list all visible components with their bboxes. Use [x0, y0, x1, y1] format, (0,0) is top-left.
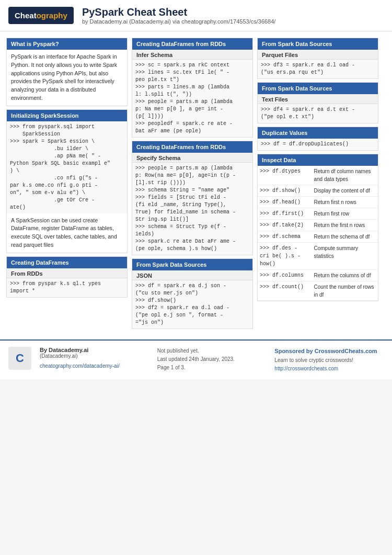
column-2: Creating DataFrames from RDDs Infer Sche…: [130, 36, 255, 331]
code-specify-schema: >>> people = parts.m ap (lambda p: Row(n…: [132, 163, 252, 255]
inspect-cmd: >>> df.schema: [258, 231, 312, 243]
inspect-cmd: >>> df.dtypes: [258, 166, 312, 185]
footer-not-published: Not published yet.: [157, 347, 267, 355]
table-row: >>> df.take(2)Return the first n rows: [258, 220, 378, 231]
inspect-table: >>> df.dtypesReturn df column names and …: [258, 166, 378, 301]
card-desc-sparksession: A SparkSession can be used create DataFr…: [7, 213, 127, 253]
card-header-json: From Spark Data Sources: [132, 259, 252, 270]
card-header-what-is-pyspark: What is Pyspark?: [7, 38, 127, 50]
table-row: >>> df.first()Return first row: [258, 208, 378, 220]
code-parquet: >>> df3 = spark.r ea d.l oad - ("us ers.…: [258, 60, 378, 78]
footer-last-updated: Last updated 24th January, 2023.: [157, 355, 267, 364]
card-header-sparksession: Initializing SparkSession: [7, 110, 127, 121]
footer-logo: C: [8, 347, 31, 370]
column-1: What is Pyspark? PySpark is an interface…: [4, 36, 130, 331]
card-what-is-pyspark: What is Pyspark? PySpark is an interface…: [6, 38, 128, 106]
card-duplicate-values: Duplicate Values >>> df = df.dropDuplica…: [257, 127, 378, 151]
inspect-desc: Return first row: [312, 208, 378, 220]
table-row: >>> df.show()Display the content of df: [258, 185, 378, 197]
card-body-inspect-data: >>> df.dtypesReturn df column names and …: [258, 166, 378, 301]
inspect-desc: Return the columns of df: [312, 270, 378, 281]
inspect-cmd: >>> df.count(): [258, 281, 312, 301]
card-header-inspect-data: Inspect Data: [258, 154, 378, 166]
inspect-desc: Return the first n rows: [312, 220, 378, 231]
card-header-creating-dataframes: Creating DataFrames: [7, 257, 127, 268]
card-subheader-parquet: Parquet Files: [258, 50, 378, 60]
card-header-parquet: From Spark Data Sources: [258, 38, 378, 50]
code-text-files: >>> df4 = spark.r ea d.t ext - ("pe opl …: [258, 104, 378, 123]
page-title: PySpark Cheat Sheet: [82, 6, 276, 18]
header: Cheatography PySpark Cheat Sheet by Data…: [0, 0, 392, 31]
page-subtitle: by Datacademy.ai (Datacademy.ai) via che…: [82, 18, 276, 25]
inspect-desc: Return first n rows: [312, 197, 378, 208]
logo: Cheatography: [8, 7, 74, 24]
card-initializing-sparksession: Initializing SparkSession >>> from pyspa…: [6, 109, 128, 253]
code-duplicate-values: >>> df = df.dropDuplicates(): [258, 139, 378, 150]
footer-page: Page 1 of 3.: [157, 364, 267, 372]
footer-sponsor-url[interactable]: http://crosswordcheats.com: [274, 365, 384, 373]
card-body-what-is-pyspark: PySpark is an interface for Apache Spark…: [7, 50, 127, 106]
inspect-desc: Display the content of df: [312, 185, 378, 197]
inspect-cmd: >>> df.columns: [258, 270, 312, 281]
inspect-cmd: >>> df.first(): [258, 208, 312, 220]
card-json: From Spark Data Sources JSON >>> df = sp…: [132, 258, 253, 329]
inspect-desc: Compute summary statistics: [312, 243, 378, 270]
card-subheader-json: JSON: [132, 270, 252, 280]
card-header-specify-schema: Creating DataFrames from RDDs: [132, 141, 252, 153]
footer-sponsor-desc: Learn to solve cryptic crosswords!: [274, 356, 384, 365]
inspect-cmd: >>> df.des - cri be( ).s - how(): [258, 243, 312, 270]
inspect-desc: Return the schema of df: [312, 231, 378, 243]
card-subheader-text-files: Text Files: [258, 94, 378, 104]
card-subheader-from-rdds: From RDDs: [7, 268, 127, 278]
card-infer-schema: Creating DataFrames from RDDs Infer Sche…: [132, 38, 253, 138]
card-text-files: From Spark Data Sources Text Files >>> d…: [257, 82, 378, 123]
main-content: What is Pyspark? PySpark is an interface…: [0, 31, 392, 335]
column-3: From Spark Data Sources Parquet Files >>…: [255, 36, 381, 331]
footer: C By Datacademy.ai (Datacademy.ai) cheat…: [0, 339, 392, 379]
footer-by-line: By Datacademy.ai: [40, 347, 149, 353]
code-json: >>> df = spark.r ea d.j son - ("cu sto m…: [132, 280, 252, 329]
card-creating-dataframes: Creating DataFrames From RDDs >>> from p…: [6, 256, 128, 298]
footer-left: By Datacademy.ai (Datacademy.ai) cheatog…: [40, 347, 149, 369]
header-title: PySpark Cheat Sheet by Datacademy.ai (Da…: [82, 6, 276, 25]
card-header-text-files: From Spark Data Sources: [258, 83, 378, 94]
code-from-rdds: >>> from pyspar k.s ql.t ypes import *: [7, 278, 127, 297]
inspect-cmd: >>> df.show(): [258, 185, 312, 197]
footer-center: Not published yet. Last updated 24th Jan…: [157, 347, 267, 372]
inspect-cmd: >>> df.head(): [258, 197, 312, 208]
card-subheader-specify-schema: Specify Schema: [132, 153, 252, 163]
card-parquet: From Spark Data Sources Parquet Files >>…: [257, 38, 378, 79]
card-specify-schema: Creating DataFrames from RDDs Specify Sc…: [132, 141, 253, 255]
card-subheader-infer-schema: Infer Schema: [132, 50, 252, 60]
table-row: >>> df.columnsReturn the columns of df: [258, 270, 378, 281]
footer-sub-line: (Datacademy.ai): [40, 353, 149, 359]
table-row: >>> df.schemaReturn the schema of df: [258, 231, 378, 243]
card-inspect-data: Inspect Data >>> df.dtypesReturn df colu…: [257, 154, 378, 301]
card-header-duplicate-values: Duplicate Values: [258, 127, 378, 139]
footer-right: Sponsored by CrosswordCheats.com Learn t…: [274, 347, 384, 373]
card-header-infer-schema: Creating DataFrames from RDDs: [132, 38, 252, 50]
table-row: >>> df.head()Return first n rows: [258, 197, 378, 208]
inspect-cmd: >>> df.take(2): [258, 220, 312, 231]
inspect-desc: Return df column names and data types: [312, 166, 378, 185]
table-row: >>> df.dtypesReturn df column names and …: [258, 166, 378, 185]
footer-author-link[interactable]: cheatography.com/datacademy-ai/: [40, 363, 149, 369]
footer-sponsor-label: Sponsored by CrosswordCheats.com: [274, 347, 384, 356]
table-row: >>> df.des - cri be( ).s - how()Compute …: [258, 243, 378, 270]
table-row: >>> df.count()Count the number of rows i…: [258, 281, 378, 301]
code-sparksession: >>> from pyspark.sql import SparkSession…: [7, 121, 127, 213]
inspect-desc: Count the number of rows in df: [312, 281, 378, 301]
code-infer-schema: >>> sc = spark.s pa rkC ontext >>> lines…: [132, 60, 252, 137]
page: Cheatography PySpark Cheat Sheet by Data…: [0, 0, 392, 379]
